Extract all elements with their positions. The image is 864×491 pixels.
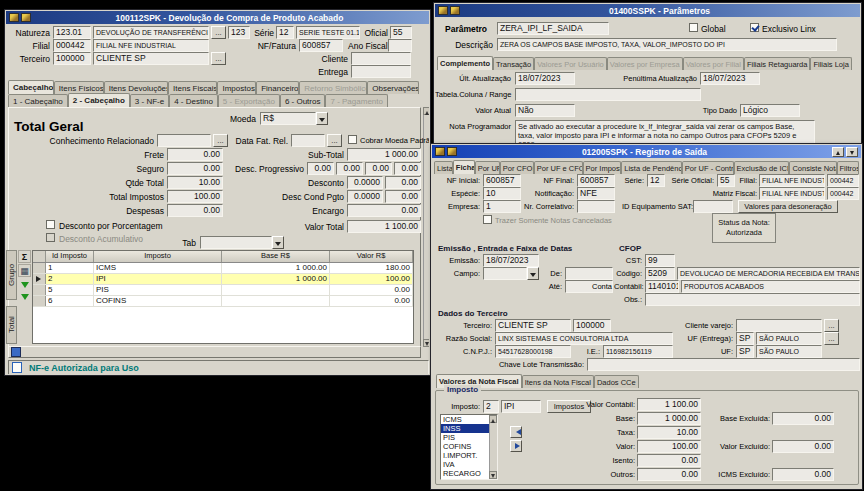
tab-exclusao-icms[interactable]: Exclusão de ICMS [734,161,790,174]
total-impostos-field[interactable]: 100.00 [167,190,223,203]
valor-contabil-field[interactable]: 1 100.00 [637,398,701,411]
despesas-field[interactable]: 0.00 [167,204,223,217]
valor-total-field[interactable]: 1 100.00 [347,220,421,233]
matriz-code-field[interactable]: 000442 [827,187,859,200]
impostos-listbox[interactable]: ICMS INSS PIS COFINS I.IMPORT. IVA RECAR… [440,414,498,480]
desc-progressivo-field-1[interactable]: 0.00 [307,162,334,175]
tab-por-imposto[interactable]: Por Imposto [583,161,622,174]
move-left-button[interactable] [510,426,522,438]
terceiro-desc-field[interactable]: CLIENTE SP [93,52,209,65]
titlebar-registro-saida[interactable]: 012005SPK - Registro de Saída [432,145,861,158]
tab-lista-pendencias[interactable]: Lista de Pendências [621,161,682,174]
nf-fatura-field[interactable]: 600857 [299,39,343,52]
oficial-field[interactable]: 55 [390,26,412,39]
tab-consiste-notas[interactable]: Consiste Notas [789,161,836,174]
tab-ficha[interactable]: Ficha [453,160,475,174]
data-fat-browse-button[interactable]: ... [327,134,342,147]
table-row[interactable]: 5 PIS 0.00 [33,285,413,296]
imposto-code-field[interactable]: 2 [483,400,499,413]
tab-valores-usuario[interactable]: Valores Por Usuário [534,57,607,70]
conhecimento-field[interactable] [157,134,211,147]
filial-code-field[interactable]: 000442 [827,174,859,187]
empresa-field[interactable]: 1 [483,200,521,213]
tab-cabecalho[interactable]: Cabeçalho [8,80,54,94]
ie-field[interactable]: 116982156119 [603,345,673,358]
base-field[interactable]: 1 000.00 [637,412,701,425]
row-selector-cell[interactable] [33,285,46,295]
tab-por-cfop[interactable]: Por CFOP [500,161,534,174]
campo-dropdown-icon[interactable] [527,267,539,280]
subtotal-field[interactable]: 1 000.00 [347,148,421,161]
desc-progressivo-field-3[interactable]: 0.00 [365,162,392,175]
tabela-coluna-field[interactable] [515,88,701,101]
natureza-num-field[interactable]: 123 [228,26,250,39]
valor-atual-field[interactable]: Não [515,104,575,117]
nr-correlativo-field[interactable] [577,200,615,213]
tab-complemento[interactable]: Complemento [437,56,493,70]
frete-field[interactable]: 0.00 [167,148,223,161]
row-selector-cell[interactable] [33,296,46,306]
imposto-desc-field[interactable]: IPI [501,400,541,413]
scroll-down-icon[interactable] [489,471,497,479]
emissao-field[interactable]: 18/07/2023 [483,254,539,267]
tab-filiais-retaguarda[interactable]: Filiais Retaguarda [744,57,810,70]
green-arrow-down-icon-2[interactable] [21,294,29,304]
taxa-field[interactable]: 10.00 [637,426,701,439]
id-sat-field[interactable] [693,200,733,213]
move-right-button[interactable] [510,440,522,452]
table-row-selected[interactable]: 2 IPI 1 000.00 100.00 [33,274,413,285]
terceiro-code-field[interactable]: 100000 [53,52,91,65]
chave-lote-field[interactable] [587,358,860,371]
serie-desc-field[interactable]: SERIE TESTE 01.1 [296,26,360,39]
tab-5-exportacao[interactable]: 5 - Exportação [218,94,280,107]
tipo-dado-field[interactable]: Lógico [740,104,800,117]
parametro-field[interactable]: ZERA_IPI_LF_SAIDA [497,22,609,35]
outros-field[interactable]: 0.00 [637,468,701,481]
tab-6-outros[interactable]: 6 - Outros [280,94,326,107]
side-tab-grupo[interactable]: Grupo [6,250,17,300]
isento-field[interactable]: 0.00 [637,454,701,467]
entrega-field[interactable] [351,65,411,78]
data-fat-field[interactable] [291,134,325,147]
scroll-down-icon[interactable] [423,339,429,347]
icms-excluido-field[interactable]: 0.00 [772,468,834,481]
scroll-up-icon[interactable] [489,415,497,423]
cobrar-moeda-checkbox[interactable] [348,135,357,144]
tab-transacao[interactable]: Transação [493,57,534,70]
col-id-imposto[interactable]: Id Imposto [46,251,94,262]
filial-desc-field[interactable]: FILIAL NFE INDUSTRIAL [759,174,825,187]
nf-final-field[interactable]: 600857 [577,174,615,187]
razao-social-field[interactable]: LINX SISTEMAS E CONSULTORIA LTDA [495,332,673,345]
conta-contabil-field[interactable]: 1140101 [645,280,679,293]
tab-4-destino[interactable]: 4 - Destino [169,94,218,107]
tab-dados-cce[interactable]: Dados CCe [594,375,639,388]
cnpj-field[interactable]: 54517628000198 [495,345,571,358]
tab-itens-nota-fiscal[interactable]: Itens da Nota Fiscal [522,375,594,388]
natureza-code-field[interactable]: 123.01 [53,26,91,39]
terceiro-browse-button[interactable]: ... [211,52,226,65]
cliente-field[interactable] [351,52,411,65]
ult-atualizacao-field[interactable]: 18/07/2023 [515,72,575,85]
uf-entrega-code-field[interactable]: SP [736,332,754,345]
natureza-desc-field[interactable]: DEVOLUÇÃO DE TRANSFERÊNCIA [93,26,209,39]
matriz-desc-field[interactable]: FILIAL NFE INDUSTRIAL [759,187,825,200]
valor-excluido-field[interactable]: 0.00 [772,440,834,453]
window-down-button[interactable] [846,147,858,157]
qtde-total-field[interactable]: 10.00 [167,176,223,189]
desconto-pct-field[interactable]: 0.0000 [347,176,383,189]
col-imposto[interactable]: Imposto [94,251,222,262]
uf-entrega-browse-button[interactable]: ... [824,332,839,345]
desc-progressivo-field-4[interactable]: 0.00 [394,162,421,175]
filial-desc-field[interactable]: FILIAL NFE INDUSTRIAL [93,39,209,52]
table-row[interactable]: 1 ICMS 1 000.00 180.00 [33,263,413,274]
row-selector-cell[interactable] [33,274,46,284]
conta-desc-field[interactable]: PRODUTOS ACABADOS [681,280,860,293]
tab-combo-dropdown-icon[interactable] [272,236,284,249]
serie-field[interactable]: 12 [647,174,665,187]
listbox-scrollbar[interactable] [489,415,497,479]
cliente-varejo-browse-button[interactable]: ... [824,319,839,332]
moeda-dropdown-icon[interactable] [316,112,328,125]
uf-entrega-desc-field[interactable]: SÃO PAULO [756,332,822,345]
tab-filtros[interactable]: Filtros [837,161,859,174]
uf-code-field[interactable]: SP [736,345,754,358]
